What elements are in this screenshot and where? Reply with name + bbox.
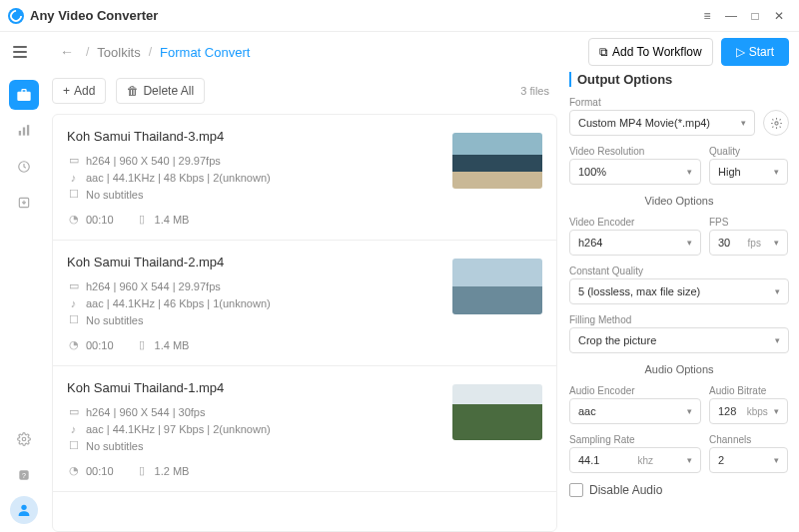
sidebar-item-help[interactable]: ?: [9, 460, 39, 490]
svg-rect-1: [23, 128, 25, 136]
channels-label: Channels: [709, 434, 788, 445]
quality-select[interactable]: High▾: [709, 159, 788, 185]
list-header: + Add 🗑 Delete All 3 files: [52, 72, 557, 114]
workflow-icon: ⧉: [599, 45, 608, 59]
format-settings-button[interactable]: [763, 110, 789, 136]
file-name: Koh Samui Thailand-1.mp4: [67, 380, 438, 395]
breadcrumb-current: Format Convert: [160, 45, 250, 60]
quality-label: Quality: [709, 146, 788, 157]
subtitle-icon: ☐: [67, 439, 80, 452]
fill-label: Filling Method: [569, 314, 789, 325]
file-icon: ▯: [136, 213, 149, 226]
nav-back-icon[interactable]: ←: [56, 44, 78, 60]
resolution-label: Video Resolution: [569, 146, 701, 157]
subtitle-icon: ☐: [67, 313, 80, 326]
svg-point-5: [22, 437, 26, 441]
window-close-button[interactable]: ✕: [767, 4, 791, 28]
chevron-down-icon: ▾: [687, 238, 692, 248]
chevron-down-icon: ▾: [774, 455, 779, 465]
fill-select[interactable]: Crop the picture▾: [569, 327, 789, 353]
audio-icon: ♪: [67, 296, 80, 309]
toolbar: ← / Toolkits / Format Convert ⧉ Add To W…: [0, 32, 799, 72]
crumb-sep: /: [86, 45, 89, 59]
chevron-down-icon: ▾: [774, 167, 779, 177]
file-icon: ▯: [136, 338, 149, 351]
app-title: Any Video Converter: [30, 8, 158, 23]
add-to-workflow-button[interactable]: ⧉ Add To Workflow: [588, 38, 713, 66]
chevron-down-icon: ▾: [775, 286, 780, 296]
subtitle-icon: ☐: [67, 188, 80, 201]
breadcrumb-root[interactable]: Toolkits: [97, 45, 140, 60]
clock-icon: ◔: [67, 338, 80, 351]
audio-icon: ♪: [67, 422, 80, 435]
delete-all-button[interactable]: 🗑 Delete All: [116, 78, 205, 104]
svg-text:?: ?: [22, 472, 26, 479]
app-logo-icon: [8, 8, 24, 24]
window-menu-icon[interactable]: ≡: [695, 4, 719, 28]
format-label: Format: [569, 97, 755, 108]
svg-point-9: [774, 121, 777, 124]
file-list[interactable]: Koh Samui Thailand-3.mp4 ▭h264 | 960 X 5…: [52, 114, 557, 532]
aencoder-select[interactable]: aac▾: [569, 398, 701, 424]
chevron-down-icon: ▾: [741, 118, 746, 128]
menu-toggle-button[interactable]: [10, 42, 30, 62]
chevron-down-icon: ▾: [687, 455, 692, 465]
channels-select[interactable]: 2▾: [709, 447, 788, 473]
plus-icon: +: [63, 84, 70, 98]
trash-icon: 🗑: [127, 84, 139, 98]
audio-options-header: Audio Options: [569, 363, 789, 375]
srate-select[interactable]: 44.1khz▾: [569, 447, 701, 473]
svg-rect-0: [19, 131, 21, 136]
chevron-down-icon: ▾: [774, 406, 779, 416]
thumbnail: [452, 259, 542, 314]
window-minimize-button[interactable]: —: [719, 4, 743, 28]
fps-select[interactable]: 30fps▾: [709, 230, 788, 256]
chevron-down-icon: ▾: [687, 406, 692, 416]
output-options-panel: Output Options Format Custom MP4 Movie(*…: [569, 72, 789, 532]
abitrate-select[interactable]: 128kbps▾: [709, 398, 788, 424]
clock-icon: ◔: [67, 213, 80, 226]
file-card[interactable]: Koh Samui Thailand-2.mp4 ▭h264 | 960 X 5…: [53, 241, 556, 366]
disable-audio-checkbox[interactable]: [569, 483, 583, 497]
video-options-header: Video Options: [569, 195, 789, 207]
sidebar-item-stats[interactable]: [9, 116, 39, 146]
video-icon: ▭: [67, 279, 80, 292]
thumbnail: [452, 384, 542, 440]
chevron-down-icon: ▾: [687, 167, 692, 177]
window-maximize-button[interactable]: □: [743, 4, 767, 28]
sidebar-item-downloads[interactable]: [9, 188, 39, 218]
file-card[interactable]: Koh Samui Thailand-3.mp4 ▭h264 | 960 X 5…: [53, 115, 556, 241]
vencoder-label: Video Encoder: [569, 217, 701, 228]
vencoder-select[interactable]: h264▾: [569, 230, 701, 256]
format-select[interactable]: Custom MP4 Movie(*.mp4)▾: [569, 110, 755, 136]
sidebar: ?: [0, 72, 48, 532]
file-card[interactable]: Koh Samui Thailand-1.mp4 ▭h264 | 960 X 5…: [53, 366, 556, 492]
cq-label: Constant Quality: [569, 266, 789, 276]
file-name: Koh Samui Thailand-2.mp4: [67, 255, 438, 269]
sidebar-item-toolbox[interactable]: [9, 80, 39, 110]
titlebar: Any Video Converter ≡ — □ ✕: [0, 0, 799, 32]
chevron-down-icon: ▾: [774, 238, 779, 248]
add-file-button[interactable]: + Add: [52, 78, 106, 104]
fps-label: FPS: [709, 217, 788, 228]
play-icon: ▷: [736, 45, 745, 59]
avatar[interactable]: [10, 496, 38, 524]
abitrate-label: Audio Bitrate: [709, 385, 788, 396]
resolution-select[interactable]: 100%▾: [569, 159, 701, 185]
svg-rect-2: [27, 125, 29, 136]
disable-audio-row[interactable]: Disable Audio: [569, 483, 789, 497]
file-icon: ▯: [136, 464, 149, 477]
start-button[interactable]: ▷ Start: [721, 38, 789, 66]
sidebar-item-settings[interactable]: [9, 424, 39, 454]
files-count: 3 files: [520, 85, 557, 97]
options-title: Output Options: [569, 72, 789, 87]
srate-label: Sampling Rate: [569, 434, 701, 445]
svg-point-8: [21, 505, 26, 510]
cq-select[interactable]: 5 (lossless, max file size)▾: [569, 278, 789, 304]
file-name: Koh Samui Thailand-3.mp4: [67, 129, 438, 144]
audio-icon: ♪: [67, 171, 80, 184]
clock-icon: ◔: [67, 464, 80, 477]
chevron-down-icon: ▾: [775, 335, 780, 345]
video-icon: ▭: [67, 405, 80, 418]
sidebar-item-history[interactable]: [9, 152, 39, 182]
